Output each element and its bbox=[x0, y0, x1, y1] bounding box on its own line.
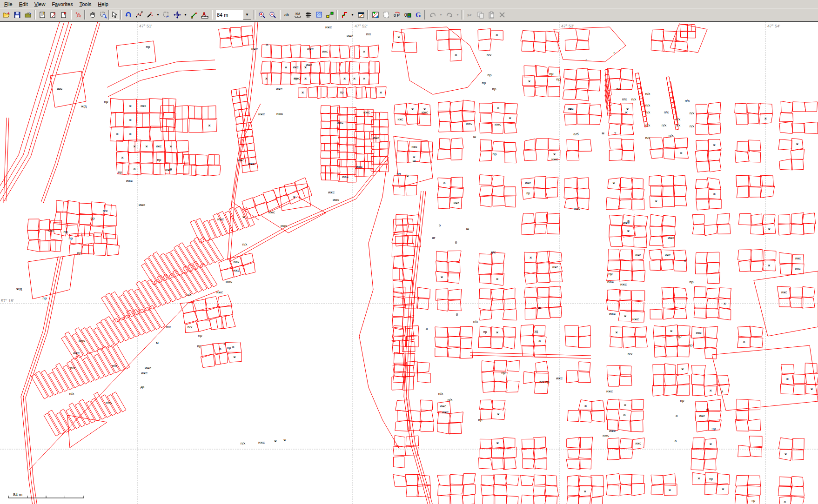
del-x-icon bbox=[498, 11, 506, 19]
flag-sheet-icon bbox=[60, 11, 67, 19]
svg-text:ж: ж bbox=[655, 199, 657, 203]
svg-text:пр: пр bbox=[557, 77, 561, 81]
zoom-select-button[interactable] bbox=[98, 10, 108, 20]
svg-text:ижс: ижс bbox=[635, 253, 641, 257]
redo-gray-icon bbox=[446, 11, 453, 19]
open-map-button[interactable]: + bbox=[1, 10, 12, 20]
text-ab-button[interactable]: ab bbox=[282, 10, 292, 20]
layers-0-icon: 0 bbox=[404, 11, 411, 19]
svg-text:ижс: ижс bbox=[248, 162, 255, 166]
scissors-icon: ✂ bbox=[466, 11, 474, 19]
map-wizard-button[interactable]: ✳ bbox=[47, 10, 58, 20]
svg-text:п/х: п/х bbox=[645, 110, 650, 114]
svg-text:пр: пр bbox=[118, 170, 122, 174]
zoom-in-icon bbox=[258, 11, 266, 19]
cut-fragment-button[interactable]: ✂ bbox=[161, 10, 172, 20]
map-properties-button[interactable]: 1 bbox=[37, 10, 47, 20]
close-map-button[interactable] bbox=[22, 10, 33, 20]
polyline-button[interactable] bbox=[134, 10, 144, 20]
object-search-button[interactable] bbox=[73, 10, 83, 20]
svg-text:ж: ж bbox=[363, 77, 365, 80]
map-viewport[interactable]: 47° 51'47° 52'47° 53'47° 54'57° 18'ижсжж… bbox=[0, 21, 818, 504]
map-flag-button[interactable] bbox=[58, 10, 69, 20]
svg-text:п/х: п/х bbox=[166, 325, 171, 329]
menu-edit[interactable]: Edit bbox=[16, 1, 31, 7]
svg-text:ижс: ижс bbox=[574, 206, 580, 211]
menu-favorites[interactable]: Favorites bbox=[48, 1, 76, 7]
folder-closed-icon bbox=[24, 11, 32, 19]
svg-text:ижс: ижс bbox=[620, 282, 627, 286]
svg-text:ижс: ижс bbox=[781, 291, 787, 294]
svg-text:э: э bbox=[439, 223, 441, 227]
svg-text:ж: ж bbox=[302, 91, 304, 94]
svg-text:ж: ж bbox=[713, 192, 716, 195]
magic-wand-button-dropdown[interactable]: ▼ bbox=[155, 9, 161, 20]
ruler-text-button[interactable]: A bbox=[199, 10, 210, 20]
node-edit-button[interactable] bbox=[324, 10, 335, 20]
svg-text:п/х: п/х bbox=[69, 391, 74, 396]
svg-text:ж: ж bbox=[134, 167, 136, 170]
toolbar-separator bbox=[336, 10, 338, 20]
map-view-button[interactable] bbox=[370, 10, 381, 20]
svg-text:пр: пр bbox=[550, 72, 554, 76]
menu-file[interactable]: File bbox=[1, 1, 16, 7]
menu-help[interactable]: Help bbox=[94, 1, 112, 7]
menu-view[interactable]: View bbox=[31, 1, 49, 7]
rotate-p-button[interactable]: 0P bbox=[391, 10, 402, 20]
profile-line-button[interactable] bbox=[339, 10, 349, 20]
length-km-button[interactable]: КМ bbox=[292, 10, 303, 20]
hatch-button[interactable] bbox=[314, 10, 324, 20]
svg-text:ж: ж bbox=[710, 389, 712, 392]
svg-text:пр: пр bbox=[340, 91, 344, 94]
menu-tools[interactable]: Tools bbox=[76, 1, 95, 7]
layers-zero-button[interactable]: 0 bbox=[402, 10, 413, 20]
move-rotate-button-dropdown[interactable]: ▼ bbox=[182, 9, 188, 20]
svg-text:ж: ж bbox=[722, 487, 724, 491]
move-rotate-button[interactable] bbox=[172, 10, 182, 20]
toolbar-separator bbox=[424, 10, 426, 20]
save-button[interactable] bbox=[12, 10, 22, 20]
svg-text:пр: пр bbox=[478, 418, 483, 422]
folder-open-icon: + bbox=[3, 11, 10, 19]
svg-text:ижс: ижс bbox=[342, 174, 349, 179]
svg-text:ж: ж bbox=[538, 339, 541, 342]
svg-text:ж: ж bbox=[129, 104, 132, 107]
svg-text:б: б bbox=[684, 259, 686, 263]
svg-text:пр: пр bbox=[227, 345, 231, 350]
svg-text:ижс: ижс bbox=[306, 63, 312, 67]
svg-text:п/х: п/х bbox=[664, 110, 669, 114]
map-canvas[interactable]: 47° 51'47° 52'47° 53'47° 54'57° 18'ижсжж… bbox=[0, 22, 818, 504]
svg-text:ж: ж bbox=[786, 377, 789, 380]
zoom-out-button[interactable] bbox=[267, 10, 278, 20]
svg-text:ж: ж bbox=[613, 181, 615, 185]
zoom-in-button[interactable] bbox=[256, 10, 267, 20]
scale-combo-arrow[interactable]: ▼ bbox=[243, 10, 251, 20]
svg-text:пр: пр bbox=[709, 477, 713, 481]
dialog-edit-button[interactable] bbox=[355, 10, 366, 20]
undo-move-button[interactable] bbox=[123, 10, 134, 20]
svg-text:пр: пр bbox=[91, 216, 95, 220]
svg-text:п/х: п/х bbox=[366, 32, 371, 36]
svg-text:п/х: п/х bbox=[622, 97, 627, 101]
svg-text:ж: ж bbox=[380, 91, 382, 94]
scale-combo-input[interactable] bbox=[215, 10, 243, 20]
select-arrow-button[interactable] bbox=[108, 10, 119, 20]
svg-text:пл: пл bbox=[397, 172, 401, 176]
grid-button[interactable] bbox=[303, 10, 314, 20]
new-sheet-button[interactable] bbox=[381, 10, 391, 20]
svg-text:57° 18': 57° 18' bbox=[1, 298, 14, 303]
pan-hand-button[interactable] bbox=[87, 10, 98, 20]
vector-edit-button[interactable] bbox=[188, 10, 199, 20]
magic-wand-button[interactable]: ✳✳ bbox=[144, 10, 155, 20]
profile-line-button-dropdown[interactable]: ▼ bbox=[349, 9, 355, 20]
svg-text:ижс: ижс bbox=[216, 290, 223, 294]
svg-text:п/х: п/х bbox=[645, 123, 650, 127]
svg-text:пр: пр bbox=[77, 251, 81, 255]
ruler-a-icon: A bbox=[201, 11, 208, 19]
svg-text:ижс: ижс bbox=[466, 121, 472, 126]
scale-combo[interactable]: ▼ bbox=[215, 10, 251, 20]
svg-text:ижс: ижс bbox=[276, 112, 283, 116]
svg-text:ижс: ижс bbox=[607, 279, 614, 284]
svg-text:ж: ж bbox=[343, 77, 346, 80]
google-button[interactable]: G bbox=[413, 10, 423, 20]
